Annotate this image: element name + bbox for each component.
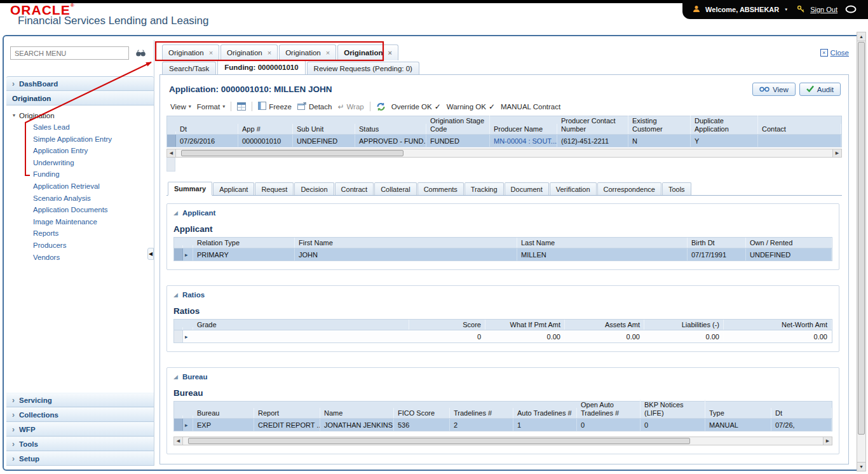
application-grid-row-selected[interactable]: 07/26/2016 0000001010 UNDEFINED APPROVED…	[166, 135, 842, 147]
tab-comments[interactable]: Comments	[417, 182, 464, 195]
scroll-right-icon[interactable]: ▶	[832, 149, 841, 157]
tab-correspondence[interactable]: Correspondence	[597, 182, 661, 195]
table-menu-icon[interactable]	[237, 102, 246, 111]
warning-ok-checkbox[interactable]: ✓	[489, 102, 495, 111]
bureau-section-header[interactable]: ◢ Bureau	[173, 370, 832, 383]
close-page-link[interactable]: × Close	[820, 49, 849, 57]
tab-close-icon[interactable]: ×	[388, 49, 392, 57]
vertical-scrollbar: ▲ ▼	[857, 32, 866, 471]
collapse-icon: ◢	[173, 374, 178, 380]
applicant-section-header[interactable]: ◢ Applicant	[173, 207, 832, 219]
scroll-right-icon[interactable]: ▶	[823, 437, 832, 445]
tab-document[interactable]: Document	[505, 182, 549, 195]
search-menu-input[interactable]	[10, 46, 129, 60]
tab-contract[interactable]: Contract	[335, 182, 374, 195]
wrap-label: Wrap	[346, 103, 363, 111]
vscroll-thumb[interactable]	[858, 42, 865, 435]
sidebar-item-simple-application-entry[interactable]: Simple Application Entry	[13, 133, 154, 146]
row-expand-icon[interactable]: ▸	[183, 419, 193, 431]
tab-funding-active[interactable]: Funding: 0000001010	[217, 60, 305, 74]
detail-tab-bar: Summary Applicant Request Decision Contr…	[166, 182, 842, 196]
format-menu[interactable]: Format▾	[197, 103, 225, 111]
bureau-row-selected[interactable]: ▸ EXP CREDIT REPORT ... JONATHAN JENKINS…	[173, 419, 832, 431]
sidebar-item-underwriting[interactable]: Underwriting	[13, 157, 154, 169]
sign-out-link[interactable]: Sign Out	[810, 6, 837, 13]
sidebar-item-tools[interactable]: › Tools	[6, 437, 154, 451]
scroll-up-icon[interactable]: ▲	[857, 32, 865, 41]
scroll-down-icon[interactable]: ▼	[857, 462, 865, 471]
tab-origination-4-active[interactable]: Origination ×	[337, 44, 398, 60]
tab-origination-2[interactable]: Origination ×	[220, 44, 278, 60]
wrap-button[interactable]: ↵ Wrap	[337, 102, 363, 111]
view-button[interactable]: View	[752, 83, 796, 96]
sidebar-item-application-documents[interactable]: Application Documents	[13, 204, 154, 216]
binoculars-search-icon[interactable]	[132, 46, 149, 60]
ratios-section: ◢ Ratios Ratios Grade Score What If Pmt …	[166, 285, 839, 352]
override-ok-checkbox[interactable]: ✓	[435, 102, 441, 111]
sidebar-item-collections[interactable]: › Collections	[6, 407, 154, 422]
sidebar-item-application-retrieval[interactable]: Application Retrieval	[13, 180, 154, 193]
tab-search-task[interactable]: Search/Task	[162, 62, 216, 74]
sidebar-item-reports[interactable]: Reports	[13, 227, 154, 240]
sidebar-item-scenario-analysis[interactable]: Scenario Analysis	[13, 193, 154, 205]
ratios-section-header[interactable]: ◢ Ratios	[173, 288, 832, 301]
sidebar-item-application-entry[interactable]: Application Entry	[13, 145, 154, 157]
hscroll-thumb[interactable]	[188, 438, 690, 444]
refresh-icon[interactable]	[376, 102, 386, 111]
freeze-button[interactable]: Freeze	[258, 102, 292, 111]
row-header-strip	[166, 158, 175, 172]
scroll-left-icon[interactable]: ◀	[174, 437, 183, 445]
tree-root-origination[interactable]: ▾ Origination	[13, 109, 154, 121]
sidebar-item-vendors[interactable]: Vendors	[13, 252, 154, 264]
ratios-row[interactable]: ▸ 0 0.00 0.00 0.00 0.00	[173, 330, 832, 343]
tab-decision[interactable]: Decision	[294, 182, 334, 195]
tab-close-icon[interactable]: ×	[268, 49, 271, 57]
header-cell-blank	[174, 327, 183, 330]
welcome-dropdown-icon[interactable]: ▼	[784, 8, 788, 11]
tab-close-icon[interactable]: ×	[326, 49, 330, 57]
tab-close-icon[interactable]: ×	[209, 49, 213, 57]
header-bureau: Bureau	[193, 408, 254, 419]
row-expand-icon[interactable]: ▸	[183, 330, 193, 342]
tab-request[interactable]: Request	[255, 182, 294, 195]
sidebar-item-dashboard[interactable]: › DashBoard	[6, 76, 154, 91]
sidebar-item-origination[interactable]: Origination	[6, 91, 154, 105]
tab-tools[interactable]: Tools	[662, 182, 691, 195]
manual-contract-label: MANUAL Contract	[501, 103, 560, 111]
header-assets-amt: Assets Amt	[565, 320, 644, 330]
cell-name: JONATHAN JENKINS	[320, 419, 394, 431]
sidebar-item-funding[interactable]: Funding	[13, 168, 154, 180]
row-expand-icon[interactable]: ▸	[183, 248, 193, 261]
tab-origination-3[interactable]: Origination ×	[279, 44, 336, 60]
header-producer-name: Producer Name	[490, 124, 557, 135]
origination-tree: ▾ Origination Sales Lead Simple Applicat…	[6, 105, 154, 393]
row-header-cell	[174, 419, 183, 431]
tab-tracking[interactable]: Tracking	[465, 182, 504, 195]
collapse-icon: ◢	[173, 292, 178, 298]
audit-button[interactable]: Audit	[799, 83, 841, 96]
sidebar-collapse-icon[interactable]: ◀	[147, 248, 154, 260]
welcome-menu[interactable]: Welcome, ABSHEKAR	[705, 6, 779, 13]
tab-review-requests[interactable]: Review Requests (Pending: 0)	[307, 62, 419, 74]
sidebar-item-servicing[interactable]: › Servicing	[6, 393, 154, 407]
view-menu[interactable]: View▾	[170, 103, 191, 111]
tree-expanded-icon[interactable]: ▾	[13, 112, 15, 118]
sidebar-item-image-maintenance[interactable]: Image Maintenance	[13, 216, 154, 228]
tab-collateral[interactable]: Collateral	[374, 182, 416, 195]
top-tab-bar: Origination × Origination × Origination …	[159, 41, 849, 60]
hscroll-thumb[interactable]	[181, 150, 403, 156]
sidebar-item-sales-lead[interactable]: Sales Lead	[13, 121, 154, 133]
tab-origination-1[interactable]: Origination ×	[162, 44, 219, 60]
sidebar-item-wfp[interactable]: › WFP	[6, 422, 154, 437]
tab-verification[interactable]: Verification	[550, 182, 597, 195]
collections-label: Collections	[19, 411, 58, 419]
detach-button[interactable]: Detach	[297, 102, 332, 111]
tab-summary-active[interactable]: Summary	[168, 182, 212, 196]
applicant-row-selected[interactable]: ▸ PRIMARY JOHN MILLEN 07/17/1991 UNDEFIN…	[173, 248, 832, 261]
close-window-icon[interactable]: ×	[820, 49, 828, 57]
scroll-left-icon[interactable]: ◀	[167, 149, 176, 157]
sidebar-item-setup[interactable]: › Setup	[6, 451, 154, 466]
cell-producer-name[interactable]: MN-00004 : SOUT...	[490, 135, 557, 147]
sidebar-item-producers[interactable]: Producers	[13, 240, 154, 252]
tab-applicant[interactable]: Applicant	[213, 182, 254, 195]
